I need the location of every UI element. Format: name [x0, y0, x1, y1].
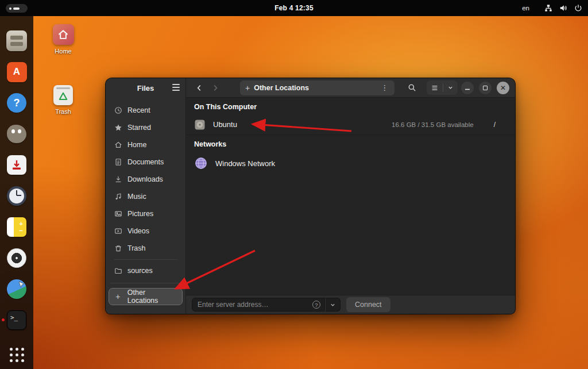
sidebar-item-label: Pictures: [127, 210, 153, 218]
drive-usage: 16.6 GB / 31.5 GB available: [392, 121, 474, 128]
plus-icon: +: [114, 293, 122, 301]
desktop-icon-label: Home: [55, 48, 71, 55]
dock-item-disks[interactable]: [6, 247, 28, 269]
sidebar-item-videos[interactable]: Videos: [109, 223, 182, 239]
harddisk-icon: [194, 119, 206, 130]
close-button[interactable]: ✕: [497, 82, 509, 94]
section-networks: Networks: [186, 135, 515, 152]
list-view-icon: [427, 80, 443, 95]
image-icon: [114, 210, 122, 218]
music-icon: [114, 193, 122, 201]
location-menu-button[interactable]: ⋮: [380, 83, 389, 92]
top-bar: Feb 4 12:35 en: [0, 0, 588, 16]
back-button[interactable]: [193, 81, 206, 95]
folder-icon: [114, 267, 122, 275]
notes-icon: +−: [7, 217, 26, 237]
drive-mount-point: /: [494, 121, 496, 129]
chevron-down-icon: [443, 80, 458, 95]
keyboard-layout-indicator[interactable]: en: [522, 5, 529, 11]
volume-icon[interactable]: [559, 4, 567, 12]
search-button[interactable]: [405, 80, 419, 95]
location-label: Other Locations: [254, 84, 309, 92]
view-toggle-button[interactable]: [427, 80, 458, 95]
dock-item-files[interactable]: [6, 30, 28, 52]
sidebar-item-label: Other Locations: [127, 289, 177, 305]
locations-view: On This Computer Ubuntu 16.6 GB / 31.5 G…: [186, 98, 515, 295]
help-icon[interactable]: ?: [312, 301, 320, 309]
drive-row-ubuntu[interactable]: Ubuntu 16.6 GB / 31.5 GB available /: [186, 114, 515, 135]
gimp-icon: [7, 125, 26, 143]
minimize-button[interactable]: [461, 82, 474, 94]
sidebar-item-music[interactable]: Music: [109, 189, 182, 205]
sidebar-item-documents[interactable]: Documents: [109, 154, 182, 170]
trash-bin-icon: [53, 85, 73, 105]
help-icon: ?: [7, 93, 26, 113]
network-row-windows[interactable]: Windows Network: [186, 152, 515, 175]
sidebar-item-downloads[interactable]: Downloads: [109, 171, 182, 187]
maximize-button[interactable]: [479, 82, 492, 94]
sidebar-item-trash[interactable]: Trash: [109, 240, 182, 256]
desktop: Feb 4 12:35 en: [0, 0, 588, 369]
desktop-icon-trash[interactable]: Trash: [47, 85, 79, 115]
recent-servers-dropdown[interactable]: [325, 298, 341, 312]
drive-name: Ubuntu: [213, 120, 237, 129]
star-icon: [114, 124, 122, 132]
trash-icon: [114, 244, 122, 252]
sidebar-item-other-locations[interactable]: + Other Locations: [109, 288, 183, 305]
sidebar-separator: [110, 283, 181, 283]
ubuntu-software-icon: A: [7, 62, 27, 82]
dock-item-browser[interactable]: [6, 278, 28, 300]
network-icon[interactable]: [544, 4, 552, 12]
sidebar-item-label: Videos: [127, 227, 149, 235]
sidebar-item-label: Trash: [127, 244, 146, 252]
sidebar-item-label: Downloads: [127, 175, 163, 183]
software-updater-icon: [7, 155, 26, 175]
header-bar: + Other Locations ⋮: [186, 78, 515, 98]
files-window: Files Recent Starred: [105, 78, 516, 314]
sidebar-item-recent[interactable]: Recent: [109, 102, 182, 118]
recent-icon: [114, 106, 122, 114]
download-icon: [114, 175, 122, 183]
show-applications-button[interactable]: [10, 348, 24, 362]
window-title: Files: [137, 84, 154, 93]
power-icon[interactable]: [574, 4, 582, 12]
files-icon: [6, 30, 27, 51]
connect-button[interactable]: Connect: [346, 297, 390, 312]
dock-item-terminal[interactable]: >_: [6, 309, 28, 331]
sidebar-separator: [114, 259, 177, 260]
section-on-this-computer: On This Computer: [186, 98, 515, 114]
disks-icon: [7, 248, 26, 268]
sidebar: Files Recent Starred: [106, 78, 186, 314]
network-globe-icon: [194, 156, 208, 170]
sidebar-item-label: Starred: [127, 124, 151, 132]
hamburger-menu-button[interactable]: [172, 84, 180, 91]
sidebar-item-label: Music: [127, 193, 146, 201]
document-icon: [114, 158, 122, 166]
desktop-icon-home[interactable]: Home: [47, 24, 79, 55]
dock-item-ubuntu-software[interactable]: A: [6, 61, 28, 83]
dock: A ? +−: [0, 16, 33, 369]
forward-button[interactable]: [209, 81, 222, 95]
terminal-icon: >_: [7, 310, 26, 330]
sidebar-item-sources[interactable]: sources: [109, 263, 182, 279]
home-folder-icon: [53, 24, 74, 45]
sidebar-item-label: Recent: [127, 106, 150, 114]
sidebar-item-home[interactable]: Home: [109, 137, 182, 153]
clock[interactable]: Feb 4 12:35: [0, 4, 588, 12]
video-icon: [114, 227, 122, 235]
server-address-input[interactable]: [192, 298, 325, 312]
sidebar-item-pictures[interactable]: Pictures: [109, 206, 182, 222]
sidebar-item-label: sources: [127, 267, 153, 275]
dock-item-software-updater[interactable]: [6, 154, 28, 176]
sidebar-item-label: Home: [127, 141, 146, 149]
network-name: Windows Network: [215, 159, 275, 168]
location-button[interactable]: + Other Locations ⋮: [240, 80, 394, 95]
dock-item-help[interactable]: ?: [6, 92, 28, 114]
sidebar-item-starred[interactable]: Starred: [109, 120, 182, 136]
dock-item-gimp[interactable]: [6, 123, 28, 145]
dock-item-clocks[interactable]: [6, 185, 28, 207]
plus-icon: +: [245, 84, 250, 92]
connect-bar: ? Connect: [186, 295, 515, 314]
dock-item-notes[interactable]: +−: [6, 216, 28, 238]
home-icon: [114, 141, 122, 149]
